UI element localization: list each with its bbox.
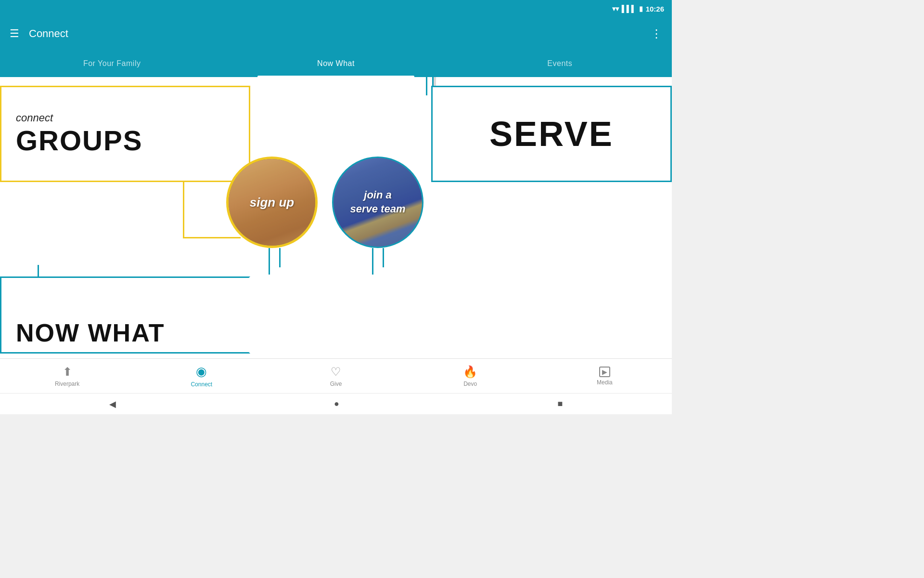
nav-item-devo[interactable]: 🔥 Devo <box>403 365 538 387</box>
nav-item-connect[interactable]: ◉ Connect <box>134 364 269 388</box>
give-icon: ♡ <box>331 365 341 379</box>
more-options-icon[interactable]: ⋮ <box>651 27 662 40</box>
system-nav: ◀ ● ■ <box>0 393 672 414</box>
now-what-card[interactable]: NOW WHAT <box>0 276 250 354</box>
riverpark-label: Riverpark <box>55 381 79 387</box>
nav-item-give[interactable]: ♡ Give <box>269 365 403 387</box>
teal-v-connector-1 <box>269 248 270 275</box>
clock: 10:26 <box>646 5 664 13</box>
home-button[interactable]: ● <box>334 399 339 409</box>
signal-icon: ▌▌▌ <box>622 5 636 13</box>
signup-label: sign up <box>250 195 294 210</box>
connect-label: Connect <box>191 381 212 388</box>
devo-label: Devo <box>463 381 477 387</box>
wifi-icon: ▾▾ <box>612 5 619 13</box>
main-content: connect GROUPS SERVE sign up join aserve… <box>0 77 672 358</box>
nav-item-media[interactable]: ▶ Media <box>538 367 672 386</box>
media-icon: ▶ <box>599 367 610 377</box>
serve-team-label: join aserve team <box>350 188 406 216</box>
tabs-bar: For Your Family Now What Events <box>0 50 672 77</box>
app-title: Connect <box>29 27 68 40</box>
back-button[interactable]: ◀ <box>109 399 116 409</box>
serve-team-circle[interactable]: join aserve team <box>332 157 424 248</box>
serve-card-label: SERVE <box>489 114 614 154</box>
hamburger-menu-icon[interactable]: ☰ <box>10 27 19 40</box>
app-bar: ☰ Connect ⋮ <box>0 17 672 50</box>
now-what-label: NOW WHAT <box>16 318 165 347</box>
battery-icon: ▮ <box>639 5 643 13</box>
serve-card[interactable]: SERVE <box>431 86 672 182</box>
nav-item-riverpark[interactable]: ⬆ Riverpark <box>0 365 134 387</box>
devo-icon: 🔥 <box>463 365 477 379</box>
media-label: Media <box>597 379 613 386</box>
teal-v-connector-2 <box>279 248 281 267</box>
recents-button[interactable]: ■ <box>557 399 563 409</box>
signup-circle[interactable]: sign up <box>226 157 318 248</box>
groups-card[interactable]: connect GROUPS <box>0 86 250 182</box>
riverpark-icon: ⬆ <box>63 365 72 379</box>
give-label: Give <box>330 381 342 387</box>
groups-card-sublabel: connect <box>16 112 234 124</box>
tab-now-what[interactable]: Now What <box>224 50 448 77</box>
status-bar: ▾▾ ▌▌▌ ▮ 10:26 <box>0 0 672 17</box>
teal-vline-2 <box>426 77 427 95</box>
tab-events[interactable]: Events <box>448 50 672 77</box>
tab-for-your-family[interactable]: For Your Family <box>0 50 224 77</box>
bottom-nav: ⬆ Riverpark ◉ Connect ♡ Give 🔥 Devo ▶ Me… <box>0 358 672 393</box>
teal-v-connector-4 <box>383 248 384 267</box>
connect-icon: ◉ <box>196 364 207 379</box>
teal-v-connector-3 <box>372 248 373 275</box>
groups-card-mainlabel: GROUPS <box>16 124 234 157</box>
